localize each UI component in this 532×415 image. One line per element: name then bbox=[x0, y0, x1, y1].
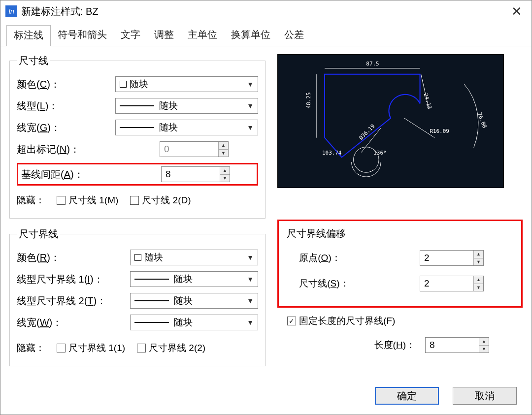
tab-primary-units[interactable]: 主单位 bbox=[181, 25, 224, 46]
checkbox-checked-icon: ✓ bbox=[287, 317, 296, 325]
svg-text:48.25: 48.25 bbox=[305, 92, 312, 108]
offset-origin-spinner[interactable]: 2 ▲▼ bbox=[420, 250, 484, 266]
offset-origin-label: 原点(O)： bbox=[287, 252, 420, 264]
spinner-arrows[interactable]: ▲▼ bbox=[473, 251, 483, 265]
ext-color-combo[interactable]: 随块 ▼ bbox=[130, 250, 258, 265]
line-sample-icon bbox=[120, 127, 154, 128]
extension-offset-legend: 尺寸界线偏移 bbox=[287, 227, 513, 240]
chevron-down-icon: ▼ bbox=[247, 254, 254, 261]
color-label: 颜色(C)： bbox=[17, 78, 115, 91]
lineweight-label: 线宽(G)： bbox=[17, 121, 115, 134]
color-combo[interactable]: 随块 ▼ bbox=[115, 76, 258, 92]
color-swatch-icon bbox=[120, 81, 127, 88]
ext-lt2-label: 线型尺寸界线 2(T)： bbox=[17, 294, 130, 308]
tab-strip: 标注线 符号和箭头 文字 调整 主单位 换算单位 公差 bbox=[0, 25, 532, 46]
ext-hide-label: 隐藏： bbox=[17, 342, 45, 354]
svg-text:136°: 136° bbox=[373, 150, 386, 156]
extend-ticks-label: 超出标记(N)： bbox=[17, 143, 160, 156]
color-swatch-icon bbox=[134, 254, 141, 261]
chevron-down-icon: ▼ bbox=[247, 319, 254, 326]
chevron-down-icon: ▼ bbox=[247, 102, 254, 110]
baseline-spacing-row: 基线间距(A)： 8 ▲▼ bbox=[17, 163, 258, 186]
line-sample-icon bbox=[134, 279, 169, 280]
dimension-line-legend: 尺寸线 bbox=[17, 54, 50, 67]
fixed-length-spinner[interactable]: 8 ▲▼ bbox=[425, 337, 489, 353]
dialog-title: 新建标注样式: BZ bbox=[21, 5, 99, 18]
spinner-arrows[interactable]: ▲▼ bbox=[473, 276, 483, 291]
tab-alt-units[interactable]: 换算单位 bbox=[224, 25, 277, 46]
tab-lines[interactable]: 标注线 bbox=[6, 25, 51, 46]
linetype-combo[interactable]: 随块 ▼ bbox=[115, 98, 258, 114]
close-icon[interactable]: ✕ bbox=[507, 1, 527, 21]
ext-lt1-label: 线型尺寸界线 1(I)： bbox=[17, 273, 130, 286]
baseline-spacing-label: 基线间距(A)： bbox=[21, 168, 161, 181]
fixed-length-label: 长度(H)： bbox=[287, 339, 425, 351]
ext-lw-combo[interactable]: 随块 ▼ bbox=[130, 315, 258, 330]
hide-dimline1-checkbox[interactable]: 尺寸线 1(M) bbox=[57, 194, 118, 207]
ext-lw-label: 线宽(W)： bbox=[17, 316, 130, 329]
ext-color-label: 颜色(R)： bbox=[17, 251, 130, 264]
fixed-length-checkbox[interactable]: ✓ 固定长度的尺寸界线(F) bbox=[287, 315, 523, 327]
offset-dimline-spinner[interactable]: 2 ▲▼ bbox=[420, 276, 484, 291]
svg-text:24.13: 24.13 bbox=[423, 93, 433, 110]
titlebar: In 新建标注样式: BZ ✕ bbox=[0, 0, 532, 22]
line-sample-icon bbox=[134, 322, 169, 323]
ext-lt2-combo[interactable]: 随块 ▼ bbox=[130, 293, 258, 309]
extension-line-legend: 尺寸界线 bbox=[17, 227, 60, 241]
svg-text:R16.09: R16.09 bbox=[430, 128, 449, 134]
baseline-spacing-spinner[interactable]: 8 ▲▼ bbox=[161, 166, 230, 182]
tab-symbols[interactable]: 符号和箭头 bbox=[51, 25, 114, 46]
preview-pane: 87.5 48.25 24.13 R16.09 Ø36.19 136° 103.… bbox=[277, 54, 504, 188]
dialog-window: In 新建标注样式: BZ ✕ 标注线 符号和箭头 文字 调整 主单位 换算单位… bbox=[0, 0, 532, 415]
chevron-down-icon: ▼ bbox=[247, 80, 254, 88]
app-icon: In bbox=[5, 5, 17, 17]
hide-extline1-checkbox[interactable]: 尺寸界线 1(1) bbox=[57, 342, 125, 354]
chevron-down-icon: ▼ bbox=[247, 297, 254, 305]
linetype-label: 线型(L)： bbox=[17, 99, 115, 113]
hide-label: 隐藏： bbox=[17, 194, 45, 207]
extend-ticks-spinner[interactable]: 0 ▲▼ bbox=[160, 141, 229, 157]
chevron-down-icon: ▼ bbox=[247, 124, 254, 131]
svg-text:87.5: 87.5 bbox=[366, 61, 379, 67]
extension-line-group: 尺寸界线 颜色(R)： 随块 ▼ 线型尺寸界线 1(I)： bbox=[9, 227, 266, 366]
cancel-button[interactable]: 取消 bbox=[453, 387, 517, 405]
chevron-down-icon: ▼ bbox=[247, 275, 254, 283]
spinner-arrows[interactable]: ▲▼ bbox=[479, 338, 489, 352]
svg-text:103.74: 103.74 bbox=[322, 150, 342, 156]
lineweight-combo[interactable]: 随块 ▼ bbox=[115, 120, 258, 135]
dialog-buttons: 确定 取消 bbox=[375, 387, 517, 405]
ext-lt1-combo[interactable]: 随块 ▼ bbox=[130, 271, 258, 287]
ok-button[interactable]: 确定 bbox=[375, 387, 439, 405]
content-area: 尺寸线 颜色(C)： 随块 ▼ 线型(L)： bbox=[0, 46, 532, 375]
hide-extline2-checkbox[interactable]: 尺寸界线 2(2) bbox=[137, 342, 205, 354]
spinner-arrows[interactable]: ▲▼ bbox=[218, 142, 228, 157]
tab-fit[interactable]: 调整 bbox=[147, 25, 181, 46]
tab-tolerance[interactable]: 公差 bbox=[277, 25, 311, 46]
extension-offset-group: 尺寸界线偏移 原点(O)： 2 ▲▼ bbox=[277, 220, 523, 308]
hide-dimline2-checkbox[interactable]: 尺寸线 2(D) bbox=[130, 194, 191, 207]
offset-dimline-label: 尺寸线(S)： bbox=[287, 277, 420, 290]
tab-text[interactable]: 文字 bbox=[114, 25, 147, 46]
line-sample-icon bbox=[134, 300, 169, 301]
dimension-line-group: 尺寸线 颜色(C)： 随块 ▼ 线型(L)： bbox=[9, 54, 266, 219]
line-sample-icon bbox=[120, 105, 154, 106]
spinner-arrows[interactable]: ▲▼ bbox=[220, 167, 230, 182]
